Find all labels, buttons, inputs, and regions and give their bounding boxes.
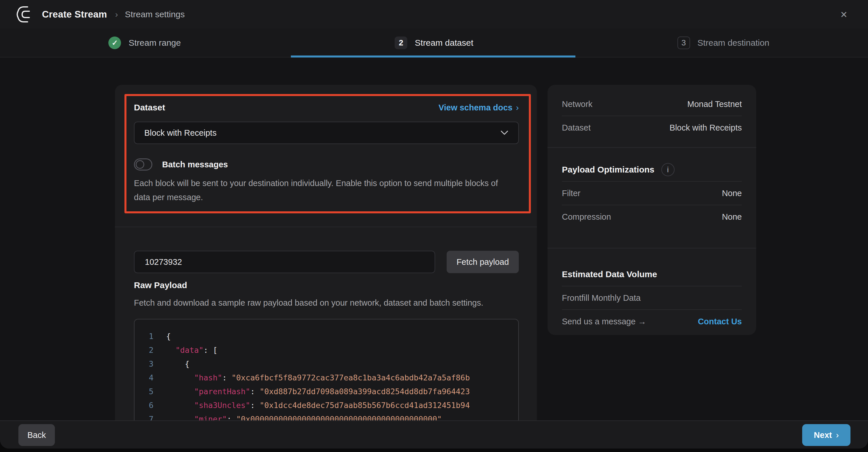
line-number: 5 [134, 387, 153, 396]
next-button-label: Next [814, 430, 832, 440]
summary-row-network: Network Monad Testnet [548, 93, 756, 116]
breadcrumb: Stream settings [125, 9, 185, 19]
tab-stream-range[interactable]: ✓ Stream range [0, 29, 289, 57]
code-line: 5 "parentHash": "0xd887b27dd7098a089a399… [134, 385, 518, 398]
stream-summary-card: Network Monad Testnet Dataset Block with… [548, 85, 756, 335]
code-line: 2 "data": [ [134, 343, 518, 357]
stream-logo-icon [16, 6, 34, 23]
info-icon[interactable]: i [661, 163, 675, 176]
view-schema-docs-link[interactable]: View schema docs › [439, 103, 519, 113]
next-button[interactable]: Next › [802, 424, 850, 446]
raw-payload-title: Raw Payload [134, 280, 187, 290]
page-title: Create Stream [42, 9, 107, 20]
tab-stream-dataset[interactable]: 2 Stream dataset [289, 29, 579, 57]
payload-optimizations-header: Payload Optimizations i [548, 158, 756, 181]
summary-row-compression: Compression None [548, 205, 756, 228]
line-number: 2 [134, 345, 153, 355]
step-label: Stream range [128, 38, 181, 48]
row-label: Filter [562, 189, 580, 198]
line-number: 4 [134, 373, 153, 382]
step-bar: ✓ Stream range 2 Stream dataset 3 Stream… [0, 29, 868, 58]
section-title: Estimated Data Volume [562, 269, 657, 279]
batch-messages-toggle[interactable] [134, 158, 152, 171]
step-label: Stream dataset [415, 38, 473, 48]
summary-row-frontfill: Frontfill Monthly Data [548, 287, 756, 309]
row-value: None [722, 212, 742, 222]
row-value: Monad Testnet [687, 99, 742, 109]
line-number: 3 [134, 359, 153, 368]
chevron-right-icon: › [836, 430, 839, 440]
summary-row-filter: Filter None [548, 182, 756, 205]
section-divider [115, 227, 537, 227]
step-number-badge: 2 [395, 36, 407, 49]
modal-footer: Back Next › [0, 420, 868, 449]
create-stream-modal: Create Stream › Stream settings × ✓ Stre… [0, 0, 868, 449]
dataset-select[interactable]: Block with Receipts [134, 122, 519, 144]
back-button[interactable]: Back [19, 424, 55, 446]
block-number-input[interactable] [134, 251, 435, 273]
active-tab-underline [291, 56, 576, 58]
section-title: Payload Optimizations [562, 165, 654, 175]
code-line: 4 "hash": "0xca6fbcf5f8a9772cac377ea8c1b… [134, 371, 518, 385]
summary-row-dataset: Dataset Block with Receipts [548, 116, 756, 139]
code-line: 6 "sha3Uncles": "0x1dcc4de8dec75d7aab85b… [134, 398, 518, 412]
estimated-data-volume-header: Estimated Data Volume [548, 263, 756, 286]
step-label: Stream destination [698, 38, 769, 48]
batch-messages-label: Batch messages [162, 160, 228, 169]
check-circle-icon: ✓ [108, 36, 121, 49]
breadcrumb-separator: › [115, 9, 118, 19]
row-value: None [722, 189, 742, 198]
schema-link-text: View schema docs [439, 103, 513, 113]
row-label: Send us a message → [562, 317, 646, 326]
step-number-badge: 3 [677, 36, 690, 49]
code-lines: 1{2 "data": [3 {4 "hash": "0xca6fbcf5f8a… [134, 329, 518, 426]
stream-dataset-card: Dataset View schema docs › Block with Re… [115, 85, 537, 449]
line-number: 6 [134, 401, 153, 410]
contact-us-link[interactable]: Contact Us [698, 317, 742, 326]
fetch-payload-button[interactable]: Fetch payload [447, 251, 519, 273]
code-line: 1{ [134, 329, 518, 343]
toggle-knob [136, 160, 144, 169]
raw-payload-description: Fetch and download a sample raw payload … [134, 298, 484, 308]
dataset-select-value: Block with Receipts [144, 128, 216, 138]
content-area: Dataset View schema docs › Block with Re… [0, 58, 868, 449]
dataset-label: Dataset [134, 103, 165, 113]
row-value: Block with Receipts [670, 123, 742, 132]
row-label: Dataset [562, 123, 591, 132]
row-label: Network [562, 99, 592, 109]
tab-stream-destination[interactable]: 3 Stream destination [579, 29, 868, 57]
line-number: 1 [134, 332, 153, 341]
modal-header: Create Stream › Stream settings × [0, 0, 868, 29]
section-divider [548, 147, 756, 148]
row-label: Frontfill Monthly Data [562, 293, 641, 303]
row-label: Compression [562, 212, 611, 222]
close-icon[interactable]: × [836, 6, 852, 23]
section-divider [548, 248, 756, 248]
chevron-right-icon: › [516, 103, 519, 113]
batch-messages-description: Each block will be sent to your destinat… [134, 176, 516, 205]
summary-row-contact: Send us a message → Contact Us [548, 310, 756, 333]
code-line: 3 { [134, 357, 518, 371]
chevron-down-icon [500, 130, 508, 135]
